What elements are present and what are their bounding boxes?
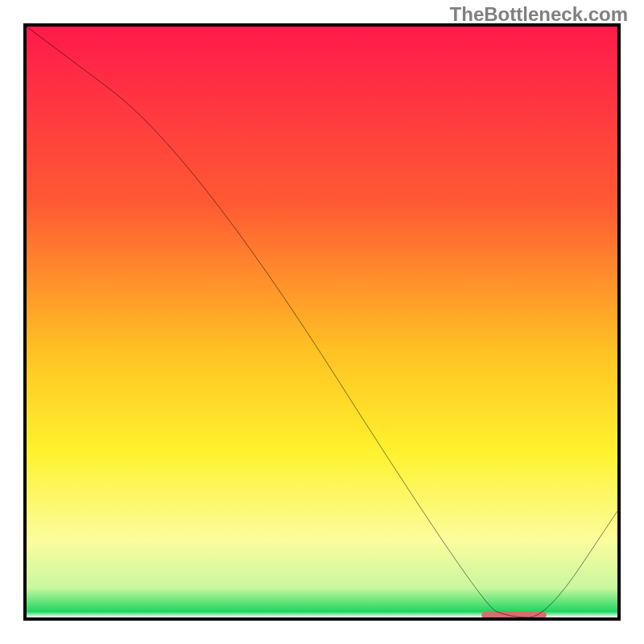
optimum-marker <box>481 612 547 617</box>
watermark-text: TheBottleneck.com <box>450 3 628 26</box>
plot-svg <box>27 27 617 617</box>
chart-container: TheBottleneck.com <box>0 0 644 644</box>
plot-frame <box>23 23 621 621</box>
gradient-background <box>27 27 617 617</box>
